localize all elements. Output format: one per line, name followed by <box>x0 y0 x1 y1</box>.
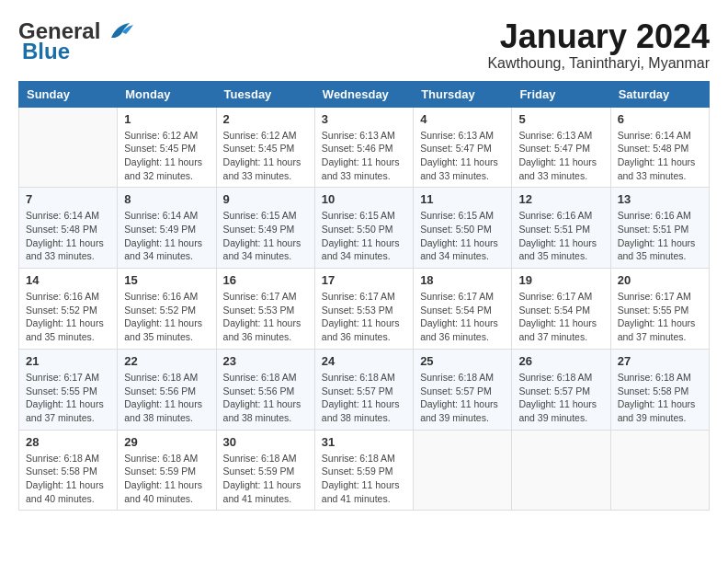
calendar-cell: 4Sunrise: 6:13 AMSunset: 5:47 PMDaylight… <box>414 107 512 188</box>
calendar-cell: 6Sunrise: 6:14 AMSunset: 5:48 PMDaylight… <box>610 107 709 188</box>
calendar-cell: 31Sunrise: 6:18 AMSunset: 5:59 PMDayligh… <box>314 430 413 511</box>
calendar-cell: 28Sunrise: 6:18 AMSunset: 5:58 PMDayligh… <box>19 430 118 511</box>
calendar-cell: 25Sunrise: 6:18 AMSunset: 5:57 PMDayligh… <box>414 349 512 430</box>
day-info: Sunrise: 6:17 AMSunset: 5:53 PMDaylight:… <box>223 290 308 344</box>
logo-bird-icon <box>104 21 133 41</box>
calendar-cell: 10Sunrise: 6:15 AMSunset: 5:50 PMDayligh… <box>314 188 413 269</box>
calendar-cell: 7Sunrise: 6:14 AMSunset: 5:48 PMDaylight… <box>19 188 118 269</box>
calendar-week-row: 7Sunrise: 6:14 AMSunset: 5:48 PMDaylight… <box>19 188 710 269</box>
column-header-saturday: Saturday <box>610 81 709 107</box>
day-number: 15 <box>124 273 209 287</box>
day-number: 5 <box>518 112 603 126</box>
calendar-cell: 9Sunrise: 6:15 AMSunset: 5:49 PMDaylight… <box>216 188 314 269</box>
calendar-week-row: 28Sunrise: 6:18 AMSunset: 5:58 PMDayligh… <box>19 430 710 511</box>
day-number: 8 <box>124 192 209 206</box>
day-number: 4 <box>420 112 505 126</box>
day-number: 12 <box>518 192 603 206</box>
calendar-cell: 24Sunrise: 6:18 AMSunset: 5:57 PMDayligh… <box>314 349 413 430</box>
day-info: Sunrise: 6:18 AMSunset: 5:59 PMDaylight:… <box>124 452 209 506</box>
calendar-cell: 23Sunrise: 6:18 AMSunset: 5:56 PMDayligh… <box>216 349 314 430</box>
day-number: 22 <box>124 354 209 368</box>
day-info: Sunrise: 6:16 AMSunset: 5:52 PMDaylight:… <box>124 290 209 344</box>
calendar-cell <box>414 430 512 511</box>
calendar-week-row: 21Sunrise: 6:17 AMSunset: 5:55 PMDayligh… <box>19 349 710 430</box>
day-number: 24 <box>322 354 406 368</box>
day-number: 29 <box>124 435 209 449</box>
day-info: Sunrise: 6:14 AMSunset: 5:48 PMDaylight:… <box>618 129 702 183</box>
day-info: Sunrise: 6:18 AMSunset: 5:56 PMDaylight:… <box>124 371 209 425</box>
column-header-thursday: Thursday <box>414 81 512 107</box>
day-info: Sunrise: 6:16 AMSunset: 5:52 PMDaylight:… <box>26 290 110 344</box>
column-header-monday: Monday <box>118 81 216 107</box>
calendar-cell: 22Sunrise: 6:18 AMSunset: 5:56 PMDayligh… <box>118 349 216 430</box>
calendar-cell: 29Sunrise: 6:18 AMSunset: 5:59 PMDayligh… <box>118 430 216 511</box>
day-info: Sunrise: 6:14 AMSunset: 5:49 PMDaylight:… <box>124 209 209 263</box>
day-number: 14 <box>26 273 110 287</box>
logo-blue: Blue <box>22 39 70 64</box>
calendar-cell: 1Sunrise: 6:12 AMSunset: 5:45 PMDaylight… <box>118 107 216 188</box>
day-info: Sunrise: 6:15 AMSunset: 5:49 PMDaylight:… <box>223 209 308 263</box>
day-number: 11 <box>420 192 505 206</box>
title-section: January 2024 Kawthoung, Tanintharyi, Mya… <box>487 18 710 72</box>
day-info: Sunrise: 6:18 AMSunset: 5:57 PMDaylight:… <box>518 371 603 425</box>
calendar-cell <box>512 430 610 511</box>
day-number: 2 <box>223 112 308 126</box>
column-header-sunday: Sunday <box>19 81 118 107</box>
calendar-cell <box>610 430 709 511</box>
calendar-cell: 27Sunrise: 6:18 AMSunset: 5:58 PMDayligh… <box>610 349 709 430</box>
column-header-tuesday: Tuesday <box>216 81 314 107</box>
calendar-cell: 8Sunrise: 6:14 AMSunset: 5:49 PMDaylight… <box>118 188 216 269</box>
location: Kawthoung, Tanintharyi, Myanmar <box>487 55 710 72</box>
day-number: 7 <box>26 192 110 206</box>
day-number: 6 <box>618 112 702 126</box>
day-info: Sunrise: 6:15 AMSunset: 5:50 PMDaylight:… <box>322 209 406 263</box>
calendar-cell: 3Sunrise: 6:13 AMSunset: 5:46 PMDaylight… <box>314 107 413 188</box>
calendar-cell <box>19 107 118 188</box>
calendar-week-row: 1Sunrise: 6:12 AMSunset: 5:45 PMDaylight… <box>19 107 710 188</box>
day-info: Sunrise: 6:14 AMSunset: 5:48 PMDaylight:… <box>26 209 110 263</box>
calendar-cell: 13Sunrise: 6:16 AMSunset: 5:51 PMDayligh… <box>610 188 709 269</box>
day-info: Sunrise: 6:13 AMSunset: 5:47 PMDaylight:… <box>420 129 505 183</box>
calendar-cell: 18Sunrise: 6:17 AMSunset: 5:54 PMDayligh… <box>414 269 512 350</box>
calendar-week-row: 14Sunrise: 6:16 AMSunset: 5:52 PMDayligh… <box>19 269 710 350</box>
day-number: 17 <box>322 273 406 287</box>
day-info: Sunrise: 6:13 AMSunset: 5:46 PMDaylight:… <box>322 129 406 183</box>
day-info: Sunrise: 6:17 AMSunset: 5:54 PMDaylight:… <box>420 290 505 344</box>
day-number: 10 <box>322 192 406 206</box>
day-number: 28 <box>26 435 110 449</box>
day-info: Sunrise: 6:18 AMSunset: 5:59 PMDaylight:… <box>223 452 308 506</box>
day-number: 18 <box>420 273 505 287</box>
month-title: January 2024 <box>487 18 710 55</box>
column-header-friday: Friday <box>512 81 610 107</box>
day-info: Sunrise: 6:13 AMSunset: 5:47 PMDaylight:… <box>518 129 603 183</box>
day-info: Sunrise: 6:17 AMSunset: 5:54 PMDaylight:… <box>518 290 603 344</box>
day-info: Sunrise: 6:12 AMSunset: 5:45 PMDaylight:… <box>223 129 308 183</box>
calendar-table: SundayMondayTuesdayWednesdayThursdayFrid… <box>18 81 710 511</box>
day-info: Sunrise: 6:16 AMSunset: 5:51 PMDaylight:… <box>518 209 603 263</box>
calendar-cell: 26Sunrise: 6:18 AMSunset: 5:57 PMDayligh… <box>512 349 610 430</box>
day-info: Sunrise: 6:18 AMSunset: 5:58 PMDaylight:… <box>26 452 110 506</box>
calendar-cell: 21Sunrise: 6:17 AMSunset: 5:55 PMDayligh… <box>19 349 118 430</box>
calendar-cell: 20Sunrise: 6:17 AMSunset: 5:55 PMDayligh… <box>610 269 709 350</box>
day-info: Sunrise: 6:18 AMSunset: 5:56 PMDaylight:… <box>223 371 308 425</box>
calendar-cell: 15Sunrise: 6:16 AMSunset: 5:52 PMDayligh… <box>118 269 216 350</box>
day-number: 1 <box>124 112 209 126</box>
logo: General Blue <box>18 18 133 64</box>
calendar-cell: 17Sunrise: 6:17 AMSunset: 5:53 PMDayligh… <box>314 269 413 350</box>
calendar-cell: 30Sunrise: 6:18 AMSunset: 5:59 PMDayligh… <box>216 430 314 511</box>
day-number: 26 <box>518 354 603 368</box>
calendar-cell: 16Sunrise: 6:17 AMSunset: 5:53 PMDayligh… <box>216 269 314 350</box>
day-info: Sunrise: 6:15 AMSunset: 5:50 PMDaylight:… <box>420 209 505 263</box>
calendar-cell: 2Sunrise: 6:12 AMSunset: 5:45 PMDaylight… <box>216 107 314 188</box>
column-header-wednesday: Wednesday <box>314 81 413 107</box>
calendar-cell: 5Sunrise: 6:13 AMSunset: 5:47 PMDaylight… <box>512 107 610 188</box>
day-info: Sunrise: 6:18 AMSunset: 5:57 PMDaylight:… <box>322 371 406 425</box>
calendar-header-row: SundayMondayTuesdayWednesdayThursdayFrid… <box>19 81 710 107</box>
day-info: Sunrise: 6:18 AMSunset: 5:57 PMDaylight:… <box>420 371 505 425</box>
day-info: Sunrise: 6:17 AMSunset: 5:53 PMDaylight:… <box>322 290 406 344</box>
day-number: 13 <box>618 192 702 206</box>
day-info: Sunrise: 6:16 AMSunset: 5:51 PMDaylight:… <box>618 209 702 263</box>
day-info: Sunrise: 6:12 AMSunset: 5:45 PMDaylight:… <box>124 129 209 183</box>
day-info: Sunrise: 6:17 AMSunset: 5:55 PMDaylight:… <box>26 371 110 425</box>
day-info: Sunrise: 6:17 AMSunset: 5:55 PMDaylight:… <box>618 290 702 344</box>
